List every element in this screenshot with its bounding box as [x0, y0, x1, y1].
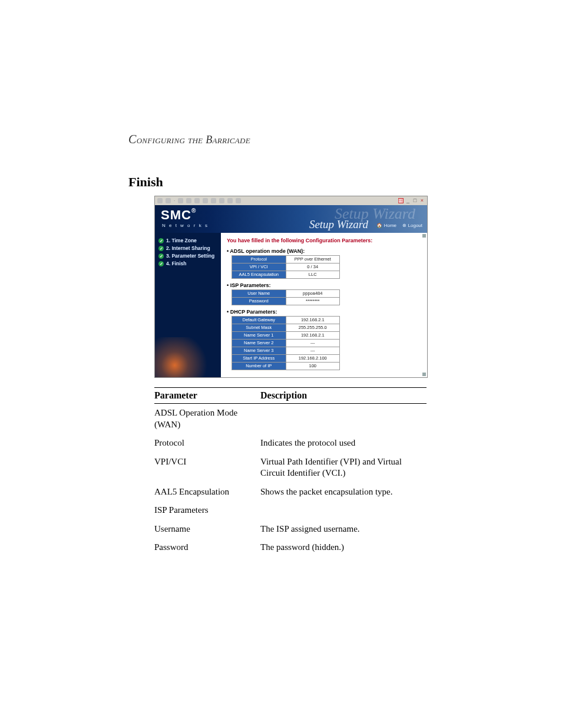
param-name: AAL5 Encapsulation [154, 483, 260, 502]
config-value: 0 / 34 [286, 263, 340, 271]
config-key: Protocol [232, 256, 286, 263]
config-value: --- [286, 347, 340, 355]
config-value: 100 [286, 363, 340, 370]
history-icon[interactable] [219, 198, 224, 203]
config-table: ProtocolPPP over EthernetVPI / VCI0 / 34… [232, 255, 340, 279]
wizard-nav-step-4[interactable]: ✓4. Finish [158, 261, 217, 266]
config-row: Subnet Mask255.255.255.0 [232, 324, 340, 332]
brand-subtext: N e t w o r k s [162, 223, 209, 228]
config-key: Name Server 3 [232, 347, 286, 355]
config-row: Name Server 1192.168.2.1 [232, 332, 340, 340]
param-desc: Shows the packet encapsulation type. [260, 483, 427, 502]
brand-logo: SMC® [161, 207, 196, 223]
nav-back-icon[interactable] [157, 198, 163, 203]
wizard-nav-label: 2. Internet Sharing [166, 245, 210, 251]
check-icon: ✓ [158, 238, 164, 243]
config-row: Name Server 3--- [232, 347, 340, 355]
home-icon[interactable] [194, 198, 200, 203]
table-row: UsernameThe ISP assigned username. [154, 520, 427, 539]
banner-title: Setup Wizard [309, 218, 368, 231]
parameter-table: Parameter Description ADSL Operation Mod… [154, 387, 427, 557]
config-group-title: ISP Parameters: [227, 282, 421, 288]
config-key: Name Server 2 [232, 340, 286, 347]
config-row: Password******** [232, 298, 340, 305]
config-value: 255.255.255.0 [286, 324, 340, 332]
wizard-nav-label: 4. Finish [166, 261, 186, 266]
config-row: Default Gateway192.168.2.1 [232, 317, 340, 324]
config-row: Start IP Address192.168.2.100 [232, 355, 340, 363]
config-key: Subnet Mask [232, 324, 286, 332]
wizard-nav-step-3[interactable]: ✓3. Parameter Setting [158, 253, 217, 259]
config-row: ProtocolPPP over Ethernet [232, 256, 340, 263]
config-group-title: DHCP Parameters: [227, 309, 421, 315]
print-icon[interactable] [236, 198, 241, 203]
mail-icon[interactable] [227, 198, 233, 203]
refresh-icon[interactable] [186, 198, 191, 203]
config-row: AAL5 EncapsulationLLC [232, 271, 340, 279]
window-close-icon[interactable]: × [419, 198, 425, 203]
scroll-up-icon[interactable] [422, 234, 426, 238]
config-row: Name Server 2--- [232, 340, 340, 347]
window-flag-icon: ▦ [398, 198, 404, 203]
config-key: VPI / VCI [232, 263, 286, 271]
config-key: AAL5 Encapsulation [232, 271, 286, 279]
param-desc: The password (hidden.) [260, 538, 427, 557]
fav-icon[interactable] [211, 198, 216, 203]
config-message: You have filled in the following Configu… [227, 238, 421, 243]
window-maximize-icon[interactable]: □ [412, 198, 418, 203]
config-key: Number of IP [232, 363, 286, 370]
config-value: --- [286, 340, 340, 347]
check-icon: ✓ [158, 261, 164, 266]
param-name: Username [154, 520, 260, 539]
config-key: User Name [232, 290, 286, 298]
param-name: VPI/VCI [154, 453, 260, 483]
table-row: ISP Parameters [154, 501, 427, 520]
search-icon[interactable] [203, 198, 208, 203]
param-desc [260, 404, 427, 434]
wizard-nav: ✓1. Time Zone✓2. Internet Sharing✓3. Par… [155, 233, 221, 377]
window-minimize-icon[interactable]: _ [405, 198, 411, 203]
scroll-down-icon[interactable] [422, 373, 426, 376]
config-key: Name Server 1 [232, 332, 286, 340]
param-desc: Virtual Path Identifier (VPI) and Virtua… [260, 453, 427, 483]
config-table: User Namepppoa484Password******** [232, 289, 340, 305]
wizard-banner: SMC® N e t w o r k s Setup Wizard Setup … [155, 205, 427, 233]
config-value: pppoa484 [286, 290, 340, 298]
config-value: LLC [286, 271, 340, 279]
param-desc [260, 501, 427, 520]
config-value: ******** [286, 298, 340, 305]
wizard-nav-label: 3. Parameter Setting [166, 253, 214, 259]
table-row: PasswordThe password (hidden.) [154, 538, 427, 557]
home-link[interactable]: 🏠 Home [376, 223, 396, 228]
config-value: PPP over Ethernet [286, 256, 340, 263]
config-value: 192.168.2.1 [286, 332, 340, 340]
config-key: Password [232, 298, 286, 305]
wizard-screenshot: · ▦ _ □ × SMC® N e t w o r k s [154, 196, 428, 378]
nav-fwd-icon[interactable] [166, 198, 171, 203]
config-value: 192.168.2.100 [286, 355, 340, 363]
running-header: Configuring the Barricade [128, 133, 438, 146]
logout-link[interactable]: ⊗ Logout [402, 223, 422, 228]
table-row: ProtocolIndicates the protocol used [154, 434, 427, 453]
wizard-nav-step-2[interactable]: ✓2. Internet Sharing [158, 245, 217, 251]
config-row: User Namepppoa484 [232, 290, 340, 298]
table-row: VPI/VCIVirtual Path Identifier (VPI) and… [154, 453, 427, 483]
check-icon: ✓ [158, 246, 164, 251]
param-name: Password [154, 538, 260, 557]
param-name: Protocol [154, 434, 260, 453]
config-value: 192.168.2.1 [286, 317, 340, 324]
config-table: Default Gateway192.168.2.1Subnet Mask255… [232, 316, 340, 370]
param-name: ADSL Operation Mode (WAN) [154, 404, 260, 434]
param-desc: The ISP assigned username. [260, 520, 427, 539]
config-row: VPI / VCI0 / 34 [232, 263, 340, 271]
col-header-parameter: Parameter [154, 388, 260, 404]
scrollbar[interactable] [422, 234, 426, 376]
config-row: Number of IP100 [232, 363, 340, 370]
param-desc: Indicates the protocol used [260, 434, 427, 453]
browser-toolbar: · ▦ _ □ × [155, 196, 427, 205]
table-row: ADSL Operation Mode (WAN) [154, 404, 427, 434]
wizard-nav-step-1[interactable]: ✓1. Time Zone [158, 238, 217, 243]
stop-icon[interactable] [178, 198, 183, 203]
config-key: Default Gateway [232, 317, 286, 324]
col-header-description: Description [260, 388, 427, 404]
